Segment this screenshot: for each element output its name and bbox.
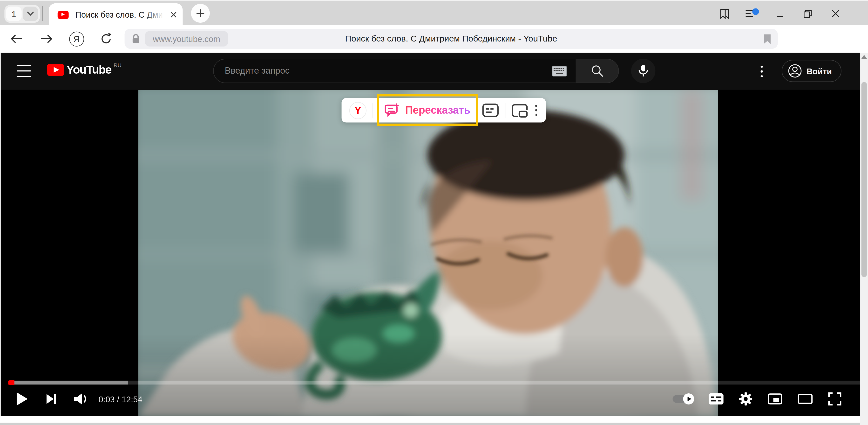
- fullscreen-button[interactable]: [828, 392, 841, 406]
- restore-icon: [803, 9, 812, 18]
- overlay-separator: [505, 103, 505, 118]
- picture-in-picture-icon: [512, 103, 528, 118]
- youtube-favicon: [58, 11, 69, 19]
- close-window-button[interactable]: [828, 6, 843, 21]
- miniplayer-button[interactable]: [768, 393, 782, 404]
- overlay-subtitles-button[interactable]: [482, 103, 499, 117]
- player-controls: 0:03 / 12:54: [0, 385, 868, 413]
- reload-button[interactable]: [97, 30, 115, 48]
- fullscreen-icon: [828, 392, 841, 406]
- play-icon: [17, 392, 28, 406]
- search-icon: [591, 64, 604, 78]
- progress-scrubber[interactable]: [9, 380, 14, 385]
- guide-menu-button[interactable]: [17, 65, 31, 77]
- summarize-icon: [385, 103, 400, 118]
- autoplay-track: [673, 395, 693, 403]
- profile-button[interactable]: [745, 6, 760, 21]
- forward-arrow-icon: [39, 33, 54, 45]
- tab-title-wrap: Поиск без слов. С Дми: [75, 9, 164, 20]
- search-button[interactable]: [576, 59, 619, 83]
- browser-toolbar: Я www.youtube.com Поиск без слов. С Дмит…: [0, 25, 868, 53]
- settings-button[interactable]: [739, 392, 752, 406]
- forward-button[interactable]: [38, 30, 55, 48]
- tab-title: Поиск без слов. С Дми: [75, 10, 163, 19]
- next-icon: [46, 394, 56, 404]
- autoplay-toggle[interactable]: [673, 395, 693, 403]
- scrollbar-thumb[interactable]: [861, 82, 867, 277]
- search-input[interactable]: [225, 66, 552, 76]
- minimize-button[interactable]: [772, 6, 788, 21]
- bookmarks-panel-icon: [719, 8, 730, 19]
- progress-track: [138, 380, 718, 385]
- tab-list-dropdown[interactable]: [23, 7, 38, 21]
- tab-close-icon[interactable]: [170, 11, 177, 18]
- tab-separator: [42, 6, 43, 21]
- gear-icon: [739, 392, 752, 406]
- yandex-video-overlay: Y Пересказать: [342, 98, 546, 122]
- tab-counter[interactable]: 1: [4, 5, 40, 23]
- profile-icon: [745, 8, 760, 19]
- theater-icon: [798, 394, 812, 404]
- bookmark-flag-icon[interactable]: [763, 34, 771, 44]
- progress-bar[interactable]: [8, 380, 860, 385]
- autoplay-knob: [683, 393, 694, 404]
- profile-status-dot: [752, 8, 759, 15]
- youtube-logo[interactable]: YouTube RU: [47, 64, 122, 76]
- age-rating: 0+: [527, 105, 547, 124]
- minimize-icon: [776, 10, 784, 18]
- play-button[interactable]: [17, 392, 28, 406]
- miniplayer-icon: [768, 393, 782, 404]
- voice-search-button[interactable]: [631, 59, 655, 83]
- yandex-icon: Я: [69, 31, 84, 46]
- account-icon: [788, 64, 802, 78]
- volume-button[interactable]: [74, 393, 89, 404]
- scrollbar[interactable]: [860, 53, 868, 425]
- next-button[interactable]: [46, 394, 56, 404]
- volume-icon: [74, 393, 89, 404]
- lock-icon: [131, 33, 141, 45]
- video-content: [138, 90, 718, 416]
- address-bar[interactable]: www.youtube.com Поиск без слов. С Дмитри…: [125, 29, 778, 49]
- plus-icon: [196, 9, 205, 18]
- theater-mode-button[interactable]: [798, 394, 812, 404]
- yandex-logo-badge[interactable]: Y: [349, 102, 367, 119]
- restore-button[interactable]: [800, 6, 815, 21]
- reload-icon: [100, 32, 113, 46]
- summarize-button[interactable]: Пересказать: [379, 98, 476, 122]
- closed-captions-icon: [709, 393, 723, 404]
- tab-count-label: 1: [6, 7, 22, 21]
- new-tab-button[interactable]: [191, 4, 210, 23]
- video-frame[interactable]: [138, 90, 718, 416]
- progress-buffered: [11, 380, 128, 385]
- close-icon: [831, 9, 839, 18]
- side-panel-button[interactable]: [717, 6, 732, 21]
- overlay-separator: [373, 103, 373, 118]
- virtual-keyboard-icon[interactable]: [552, 66, 567, 76]
- sign-in-label: Войти: [807, 66, 832, 76]
- browser-window: 1 Поиск без слов. С Дми: [0, 0, 868, 425]
- masthead-menu-button[interactable]: [757, 62, 766, 81]
- search-box[interactable]: [213, 59, 576, 83]
- youtube-masthead: YouTube RU: [0, 53, 868, 90]
- overlay-pip-button[interactable]: [512, 103, 528, 118]
- scrollbar-up-arrow[interactable]: [861, 55, 867, 59]
- video-player[interactable]: Y Пересказать: [0, 90, 868, 416]
- youtube-play-icon: [47, 64, 64, 76]
- subtitles-button[interactable]: [709, 393, 723, 404]
- tab-strip: 1 Поиск без слов. С Дми: [0, 0, 868, 25]
- back-arrow-icon: [9, 33, 24, 45]
- microphone-icon: [637, 64, 650, 78]
- yandex-services-button[interactable]: Я: [67, 30, 85, 48]
- url-chip[interactable]: www.youtube.com: [145, 31, 228, 47]
- progress-track: [128, 380, 138, 385]
- active-tab[interactable]: Поиск без слов. С Дми: [49, 3, 183, 26]
- subtitles-icon: [482, 103, 499, 117]
- youtube-page: YouTube RU: [0, 53, 868, 425]
- progress-track: [718, 380, 860, 385]
- youtube-logo-text: YouTube: [66, 64, 112, 76]
- back-button[interactable]: [8, 30, 25, 48]
- sign-in-button[interactable]: Войти: [782, 60, 841, 82]
- window-bottom-edge: [0, 423, 860, 425]
- summarize-label: Пересказать: [405, 104, 470, 117]
- chevron-down-icon: [27, 11, 34, 17]
